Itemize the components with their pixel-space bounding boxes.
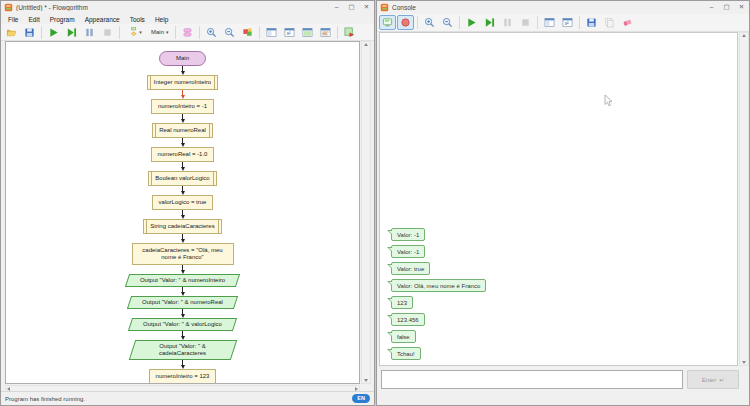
console-output[interactable]: Valor: -1Valor: -1Valor: trueValor: Olá,… — [379, 32, 738, 366]
minimize-icon[interactable]: – — [704, 1, 719, 14]
step-button[interactable] — [481, 15, 498, 30]
flowgorithm-window-button[interactable] — [541, 15, 558, 30]
export-code-button[interactable] — [341, 25, 358, 40]
console-window-button[interactable] — [299, 25, 316, 40]
scroll-up-icon[interactable] — [742, 34, 746, 37]
flowgorithm-window: (Untitled) * - Flowgorithm – ▢ ✕ FileEdi… — [0, 0, 375, 406]
node-label: numeroInteiro = 123 — [156, 373, 210, 379]
shapes-button[interactable] — [179, 25, 196, 40]
maximize-icon[interactable]: ▢ — [344, 1, 359, 14]
console-output-bubble: Valor: -1 — [391, 245, 425, 258]
flowchart-node-declare[interactable]: Integer numeroInteiro — [147, 75, 218, 90]
flowgorithm-toolbar: ▾ Main▾ x² — [1, 24, 374, 41]
flowchart-node-output[interactable]: Output "Valor: " & numeroInteiro — [127, 274, 238, 287]
zoom-in-icon — [424, 17, 435, 28]
scroll-down-icon[interactable] — [742, 361, 746, 364]
flowchart-node-assign[interactable]: numeroInteiro = -1 — [151, 99, 214, 114]
menu-item-program[interactable]: Program — [45, 16, 80, 23]
save-button[interactable] — [21, 25, 38, 40]
flowchart-node-output[interactable]: Output "Valor: " & valorLogico — [130, 318, 235, 331]
status-bar: Program has finished running. EN — [1, 391, 374, 405]
flowgorithm-titlebar[interactable]: (Untitled) * - Flowgorithm – ▢ ✕ — [1, 1, 374, 14]
console-app-icon — [380, 3, 389, 12]
zoom-in-button[interactable] — [203, 25, 220, 40]
flow-arrow[interactable] — [181, 309, 185, 318]
flowchart-node-assign[interactable]: numeroInteiro = 123 — [149, 369, 217, 384]
zoom-out-icon — [442, 17, 453, 28]
open-button[interactable] — [3, 25, 20, 40]
flow-arrow[interactable] — [181, 287, 185, 296]
clear-console-button[interactable] — [619, 15, 636, 30]
zoom-out-button[interactable] — [221, 25, 238, 40]
flow-arrow[interactable] — [181, 265, 185, 274]
mouse-cursor — [604, 94, 613, 107]
flow-arrow[interactable] — [181, 66, 185, 75]
flow-arrow[interactable] — [181, 186, 185, 195]
flowchart-node-output[interactable]: Output "Valor: " & cadeiaCaracteres — [132, 340, 234, 360]
source-viewer-button[interactable] — [317, 25, 334, 40]
enter-button-label: Enter — [702, 377, 716, 383]
flow-arrow[interactable] — [181, 114, 185, 123]
menu-item-help[interactable]: Help — [150, 16, 173, 23]
zoom-in-icon — [206, 27, 217, 38]
zoom-out-button[interactable] — [439, 15, 456, 30]
flow-arrow[interactable] — [181, 360, 185, 369]
menu-item-appearance[interactable]: Appearance — [80, 16, 125, 23]
scroll-down-icon[interactable] — [364, 379, 368, 382]
variables-window-button[interactable]: x² — [281, 25, 298, 40]
step-button[interactable] — [63, 25, 80, 40]
flow-arrow[interactable] — [181, 162, 185, 171]
pause-icon — [502, 17, 513, 28]
flowchart-node-assign[interactable]: numeroReal = -1.0 — [151, 147, 215, 162]
node-label: Integer numeroInteiro — [154, 79, 211, 85]
layout-dropdown[interactable]: ▾ — [123, 25, 147, 40]
tile-windows-button[interactable] — [263, 25, 280, 40]
flowchart-canvas[interactable]: MainInteger numeroInteironumeroInteiro =… — [5, 41, 360, 384]
chevron-down-icon: ▾ — [166, 29, 169, 35]
console-toolbar: x² — [377, 14, 749, 32]
flowchart-node-declare[interactable]: String cadeiaCaracteres — [143, 219, 221, 234]
console-titlebar[interactable]: Console – ▢ ✕ — [377, 1, 749, 14]
run-button[interactable] — [463, 15, 480, 30]
stop-button[interactable] — [99, 25, 116, 40]
eraser-icon — [622, 17, 633, 28]
language-badge[interactable]: EN — [352, 394, 370, 403]
minimize-icon[interactable]: – — [329, 1, 344, 14]
menu-item-file[interactable]: File — [3, 16, 23, 23]
flow-arrow[interactable] — [181, 234, 185, 243]
flow-arrow[interactable] — [181, 210, 185, 219]
pause-button[interactable] — [499, 15, 516, 30]
flow-arrow[interactable] — [181, 90, 185, 99]
maximize-icon[interactable]: ▢ — [719, 1, 734, 14]
flowchart-node-declare[interactable]: Boolean valorLogico — [148, 171, 216, 186]
console-vertical-scrollbar[interactable] — [739, 32, 749, 366]
flowchart: MainInteger numeroInteironumeroInteiro =… — [6, 51, 359, 384]
flowchart-node-declare[interactable]: Real numeroReal — [152, 123, 213, 138]
run-button[interactable] — [45, 25, 62, 40]
flowchart-node-assign[interactable]: valorLogico = true — [152, 195, 214, 210]
pause-button[interactable] — [81, 25, 98, 40]
flowchart-node-terminal[interactable]: Main — [159, 51, 206, 66]
close-icon[interactable]: ✕ — [734, 1, 749, 14]
save-output-button[interactable] — [583, 15, 600, 30]
copy-button[interactable] — [601, 15, 618, 30]
record-toggle[interactable] — [397, 15, 414, 30]
flow-arrow[interactable] — [181, 331, 185, 340]
function-selector[interactable]: Main▾ — [148, 25, 172, 40]
flowchart-node-assign[interactable]: cadeiaCaracteres = "Olá, meu nome é Fran… — [132, 243, 234, 265]
flow-arrow[interactable] — [181, 138, 185, 147]
console-input[interactable] — [381, 370, 683, 389]
stop-button[interactable] — [517, 15, 534, 30]
variables-window-button[interactable]: x² — [559, 15, 576, 30]
menu-item-tools[interactable]: Tools — [125, 16, 150, 23]
menu-item-edit[interactable]: Edit — [23, 16, 44, 23]
scroll-up-icon[interactable] — [364, 43, 368, 46]
zoom-in-button[interactable] — [421, 15, 438, 30]
show-output-toggle[interactable] — [379, 15, 396, 30]
flowchart-node-output[interactable]: Output "Valor: " & numeroReal — [129, 296, 236, 309]
chart-colors-button[interactable] — [239, 25, 256, 40]
close-icon[interactable]: ✕ — [359, 1, 374, 14]
canvas-vertical-scrollbar[interactable] — [361, 41, 371, 384]
enter-button[interactable]: Enter↵ — [687, 370, 739, 389]
window-title: Console — [392, 4, 701, 11]
